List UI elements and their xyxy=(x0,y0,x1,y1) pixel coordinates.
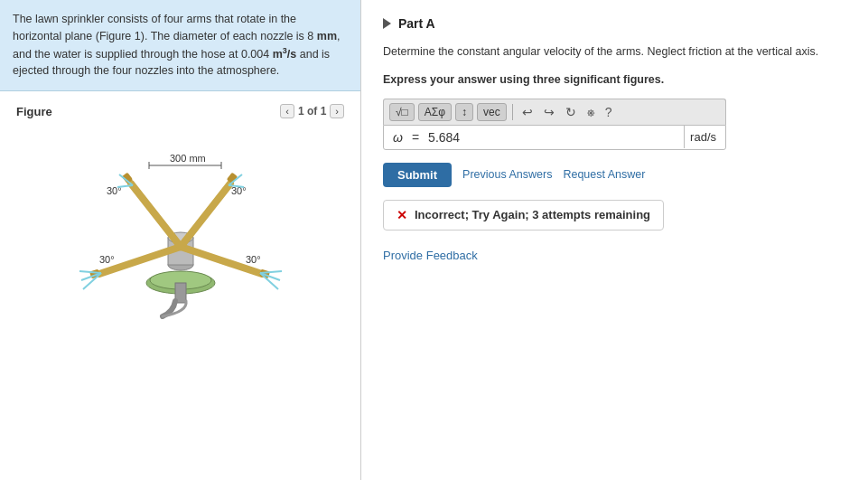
answer-instruction: Express your answer using three signific… xyxy=(383,73,846,86)
toolbar-separator-1 xyxy=(512,104,513,120)
help-icon: ? xyxy=(605,105,612,119)
previous-answers-link[interactable]: Previous Answers xyxy=(462,168,552,181)
input-border-box: ω = rad/s xyxy=(383,125,726,150)
vec-icon: vec xyxy=(483,106,500,118)
sprinkler-diagram: 300 mm xyxy=(45,131,316,321)
collapse-triangle[interactable] xyxy=(383,18,391,29)
submit-button[interactable]: Submit xyxy=(383,163,452,187)
figure-prev-button[interactable]: ‹ xyxy=(280,104,294,118)
sqrt-button[interactable]: √□ xyxy=(389,103,415,121)
request-answer-link[interactable]: Request Answer xyxy=(563,168,645,181)
help-button[interactable]: ? xyxy=(602,103,616,121)
provide-feedback-link[interactable]: Provide Feedback xyxy=(383,249,846,262)
part-header: Part A xyxy=(383,16,846,31)
x-icon: ✕ xyxy=(397,208,407,222)
svg-text:30°: 30° xyxy=(246,254,261,265)
undo-icon: ↩ xyxy=(522,105,533,119)
figure-nav: ‹ 1 of 1 › xyxy=(280,104,344,118)
incorrect-box: ✕ Incorrect; Try Again; 3 attempts remai… xyxy=(383,200,664,231)
left-panel: The lawn sprinkler consists of four arms… xyxy=(0,0,361,480)
undo-button[interactable]: ↩ xyxy=(518,103,537,121)
figure-header: Figure ‹ 1 of 1 › xyxy=(9,100,351,122)
arrows-button[interactable]: ↕ xyxy=(455,103,473,121)
problem-description: The lawn sprinkler consists of four arms… xyxy=(13,13,340,77)
equals-sign: = xyxy=(408,126,423,149)
figure-page: 1 of 1 xyxy=(298,105,326,118)
answer-input[interactable] xyxy=(423,126,684,149)
svg-line-16 xyxy=(181,184,230,247)
svg-text:30°: 30° xyxy=(99,254,115,265)
omega-label: ω xyxy=(384,126,408,149)
symbols-icon: AΣφ xyxy=(425,106,445,118)
svg-line-19 xyxy=(131,184,181,247)
unit-label: rad/s xyxy=(684,126,725,148)
action-row: Submit Previous Answers Request Answer xyxy=(383,163,846,187)
part-label: Part A xyxy=(398,16,435,31)
right-panel: Part A Determine the constant angular ve… xyxy=(361,0,868,480)
symbols-button[interactable]: AΣφ xyxy=(418,103,452,121)
refresh-button[interactable]: ↻ xyxy=(562,103,580,121)
figure-image-container: 300 mm xyxy=(9,122,351,330)
incorrect-text: Incorrect; Try Again; 3 attempts remaini… xyxy=(415,208,650,221)
question-text: Determine the constant angular velocity … xyxy=(383,43,846,61)
math-toolbar: √□ AΣφ ↕ vec ↩ ↪ ↻ xyxy=(383,99,726,125)
math-input-area: √□ AΣφ ↕ vec ↩ ↪ ↻ xyxy=(383,99,846,150)
keyboard-icon: ⎈ xyxy=(587,105,594,119)
svg-text:300 mm: 300 mm xyxy=(170,153,206,164)
redo-button[interactable]: ↪ xyxy=(540,103,558,121)
arrows-icon: ↕ xyxy=(462,106,467,118)
sqrt-icon: √□ xyxy=(396,106,408,118)
redo-icon: ↪ xyxy=(544,105,555,119)
figure-next-button[interactable]: › xyxy=(330,104,344,118)
vec-button[interactable]: vec xyxy=(477,103,507,121)
refresh-icon: ↻ xyxy=(565,105,576,119)
problem-text: The lawn sprinkler consists of four arms… xyxy=(0,0,360,91)
figure-label: Figure xyxy=(16,105,52,118)
figure-area: Figure ‹ 1 of 1 › 300 mm xyxy=(0,91,360,480)
keyboard-button[interactable]: ⎈ xyxy=(583,103,598,121)
